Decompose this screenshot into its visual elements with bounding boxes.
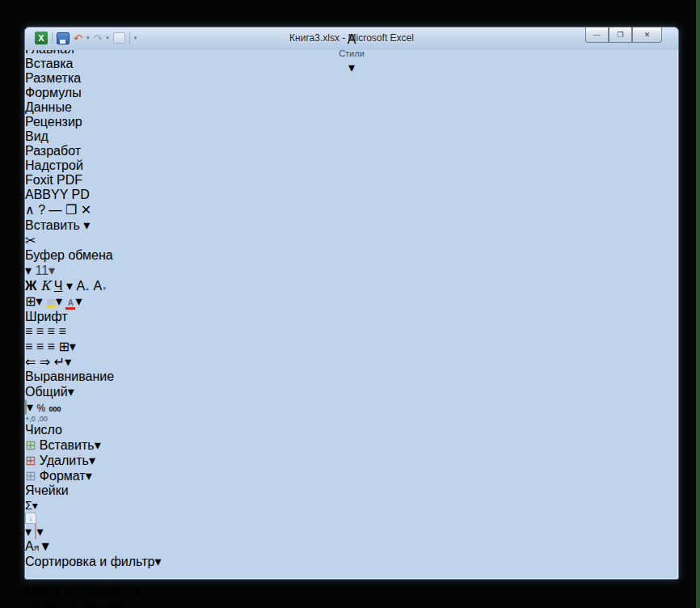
thousands-icon[interactable]: 000 <box>49 405 61 413</box>
group-alignment: ≡ ≡ ≡ ≡ ≡ ≡ ≡ ⊞▾ ⇐ ⇒ ↵▾ Выравнивание <box>25 324 678 384</box>
underline-dropdown-icon[interactable]: ▾ <box>66 279 73 293</box>
doc-minimize-icon[interactable]: — <box>49 203 62 217</box>
delete-cells-button[interactable]: ⊞ Удалить▾ <box>25 453 678 468</box>
tab-формулы[interactable]: Формулы <box>25 86 678 100</box>
shrink-font-button[interactable]: А▼ <box>93 279 107 293</box>
group-label-cells: Ячейки <box>25 483 678 498</box>
desktop-edge <box>696 0 700 608</box>
tab-abbyy-pd[interactable]: ABBYY PD <box>25 188 678 202</box>
align-middle-icon[interactable]: ≡ <box>36 324 44 338</box>
tab-данные[interactable]: Данные <box>25 100 678 115</box>
cut-icon[interactable]: ✂ <box>25 234 36 247</box>
styles-button[interactable]: А Стили ▾ <box>25 32 678 75</box>
format-cells-button[interactable]: ⊞ Формат▾ <box>25 468 678 483</box>
grow-font-button[interactable]: А▲ <box>76 279 90 293</box>
styles-dropdown-icon: ▾ <box>348 60 355 75</box>
styles-icon: А <box>348 32 356 47</box>
styles-label: Стили <box>339 49 365 58</box>
delete-cells-icon: ⊞ <box>25 454 36 467</box>
tab-рецензир[interactable]: Рецензир <box>25 115 678 129</box>
paste-dropdown-icon[interactable]: ▾ <box>83 218 90 232</box>
group-number: Общий▾ ▾ % 000 +,0 ,00 Число <box>25 384 678 437</box>
paste-button[interactable]: Вставить ▾ <box>25 217 678 233</box>
tab-вид[interactable]: Вид <box>25 129 678 144</box>
group-cells: ⊞ Вставить▾ ⊞ Удалить▾ ⊞ Формат▾ Ячейки <box>25 437 678 498</box>
borders-icon[interactable]: ⊞▾ <box>25 294 42 308</box>
group-editing: Σ▾ ↓▾ ▾ АЯ▼ Сортировка и фильтр▾ Найти и… <box>25 498 678 608</box>
format-cells-icon: ⊞ <box>25 469 36 483</box>
minimize-ribbon-icon[interactable]: ∧ <box>25 203 35 217</box>
align-left-icon[interactable]: ≡ <box>25 340 32 353</box>
paste-label: Вставить <box>25 218 80 232</box>
group-clipboard: Вставить ▾ ✂ Буфер обмена <box>25 217 678 263</box>
align-center-icon[interactable]: ≡ <box>36 340 44 353</box>
align-bottom-icon[interactable]: ≡ <box>48 324 55 338</box>
insert-cells-icon: ⊞ <box>25 438 36 452</box>
group-font: ▾ 11▾ Ж К Ч ▾ А▲ А▼ ⊞▾ ▾ А ▾ Шр <box>25 263 678 324</box>
group-label-editing: Редактирование <box>25 599 678 608</box>
tab-надстрой[interactable]: Надстрой <box>25 158 678 173</box>
find-select-button[interactable]: Найти и выделить▾ <box>25 569 678 599</box>
doc-restore-icon[interactable]: ❐ <box>65 203 77 217</box>
italic-button[interactable]: К <box>40 278 50 293</box>
tab-foxit-pdf[interactable]: Foxit PDF <box>25 173 678 188</box>
decrease-decimal-icon[interactable]: ,00 <box>37 415 48 423</box>
excel-window: X ↶▾ ↷▾ ▾ Книга3.xlsx - Microsoft Excel … <box>24 27 679 580</box>
orientation-icon[interactable]: ≡ <box>58 324 65 338</box>
decrease-indent-icon[interactable]: ⇐ <box>25 355 36 369</box>
doc-close-icon[interactable]: ✕ <box>81 203 91 217</box>
bold-button[interactable]: Ж <box>25 279 36 293</box>
insert-cells-button[interactable]: ⊞ Вставить▾ <box>25 437 678 453</box>
fill-color-icon[interactable] <box>46 299 56 308</box>
clear-icon[interactable]: ▾ <box>35 524 43 539</box>
percent-icon[interactable]: % <box>36 403 45 414</box>
merge-center-icon[interactable]: ⊞ <box>58 340 69 353</box>
ribbon-right-controls: ∧ ? — ❐ ✕ <box>25 202 678 217</box>
font-color-icon[interactable]: А <box>65 298 75 310</box>
tab-разработ[interactable]: Разработ <box>25 144 678 158</box>
underline-button[interactable]: Ч <box>54 279 63 293</box>
group-label-font: Шрифт <box>25 310 678 324</box>
group-label-alignment: Выравнивание <box>25 369 678 384</box>
help-icon[interactable]: ? <box>38 203 45 217</box>
ribbon: Вставить ▾ ✂ Буфер обмена ▾ 11▾ Ж К Ч ▾ <box>25 217 678 608</box>
wrap-text-icon[interactable]: ↵ <box>54 355 65 369</box>
group-label-clipboard: Буфер обмена <box>25 248 678 263</box>
align-right-icon[interactable]: ≡ <box>48 340 55 353</box>
group-label-number: Число <box>25 423 678 437</box>
font-size-combo[interactable]: 11▾ <box>35 264 55 277</box>
increase-indent-icon[interactable]: ⇒ <box>40 355 50 369</box>
sort-filter-button[interactable]: АЯ▼ Сортировка и фильтр▾ <box>25 539 678 569</box>
autosum-icon[interactable]: Σ▾ <box>25 499 38 512</box>
sort-filter-icon: АЯ▼ <box>25 539 52 553</box>
font-name-combo[interactable]: ▾ <box>25 264 32 277</box>
fill-icon[interactable]: ↓▾ <box>25 513 678 538</box>
align-top-icon[interactable]: ≡ <box>25 324 32 338</box>
number-format-combo[interactable]: Общий▾ <box>25 385 74 399</box>
increase-decimal-icon[interactable]: +,0 <box>25 415 36 423</box>
